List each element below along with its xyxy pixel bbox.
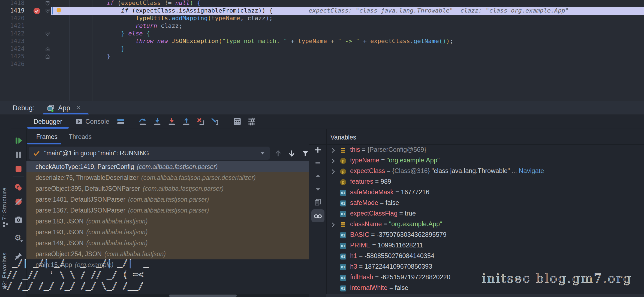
layout-settings-button[interactable] (247, 117, 257, 126)
variable-row[interactable]: 01safeModeMask = 16777216 (326, 187, 644, 198)
equals-sign: = (370, 242, 378, 249)
evaluate-expression-button[interactable] (232, 117, 242, 126)
svg-text:01: 01 (341, 233, 345, 237)
code-editor[interactable]: 1418 if (expectClass != null) {1419 if (… (0, 0, 644, 101)
intention-bulb-icon[interactable] (56, 7, 62, 16)
variable-row[interactable]: className = "org.example.App" (326, 219, 644, 229)
pause-button[interactable] (14, 150, 23, 160)
close-tab-icon[interactable]: × (77, 101, 80, 115)
variable-row[interactable]: 01BASIC = -3750763034362895579 (326, 229, 644, 240)
equals-sign: = (398, 210, 405, 217)
console-icon (74, 117, 84, 126)
code-text: TypeUtils.addMapping(typeName, clazz); (78, 15, 273, 22)
frame-location: parseObject:395, DefaultJSONParser (35, 185, 140, 192)
code-line[interactable]: 1423 throw new JSONException("type not m… (0, 38, 644, 45)
step-over-button[interactable] (138, 117, 148, 126)
variable-row[interactable]: 01expectClassFlag = true (326, 208, 644, 219)
horizontal-scrollbar[interactable] (169, 295, 237, 297)
tab-debugger[interactable]: Debugger (34, 114, 62, 129)
tab-console[interactable]: Console (85, 114, 109, 129)
frame-location: deserialze:75, ThrowableDeserializer (35, 174, 139, 181)
stack-frame[interactable]: checkAutoType:1419, ParserConfig(com.ali… (26, 161, 309, 172)
fold-marker-icon[interactable] (45, 46, 50, 53)
frame-package: (com.alibaba.fastjson) (86, 240, 148, 247)
variable-name: typeName = "org.example.App" (350, 155, 440, 166)
code-line[interactable]: 1418 if (expectClass != null) { (0, 0, 644, 7)
frame-down-button[interactable] (287, 148, 297, 158)
stack-frame[interactable]: parse:183, JSON(com.alibaba.fastjson) (26, 216, 309, 227)
stop-button[interactable] (14, 164, 23, 174)
stack-frame[interactable]: parse:1401, DefaultJSONParser(com.alibab… (26, 194, 309, 205)
variable-name: h3 = 1872244109670850393 (350, 261, 432, 272)
code-line[interactable]: 1425 } (0, 53, 644, 60)
frame-up-button[interactable] (273, 148, 283, 158)
tab-frames[interactable]: Frames (36, 129, 58, 144)
variable-row[interactable]: pexpectClass = {Class@316} "class java.l… (326, 166, 644, 176)
add-watch-button[interactable] (313, 145, 323, 155)
variable-name: safeModeMask = 16777216 (350, 187, 429, 198)
variable-row[interactable]: pfeatures = 989 (326, 176, 644, 187)
variable-row[interactable]: ptypeName = "org.example.App" (326, 155, 644, 166)
fold-marker-icon[interactable] (45, 8, 50, 15)
frame-location: parse:1367, DefaultJSONParser (35, 207, 125, 214)
remove-watch-button[interactable] (313, 158, 323, 168)
fold-marker-icon[interactable] (45, 31, 50, 38)
thread-selector-dropdown[interactable]: "main"@1 in group "main": RUNNING (29, 147, 270, 160)
variable-name: safeMode = false (350, 198, 399, 208)
code-text: } else { (78, 30, 150, 38)
variable-value: -3750763034362895579 (377, 231, 446, 238)
variable-name: features = 989 (350, 176, 391, 187)
variable-row[interactable]: 01h1 = -5808550276084140354 (326, 251, 644, 261)
force-step-into-button[interactable] (167, 117, 177, 126)
code-line[interactable]: 1422 } else { (0, 30, 644, 38)
code-line[interactable]: 1421 return clazz; (0, 22, 644, 30)
show-watches-button[interactable] (311, 209, 324, 222)
stripe-item-structure[interactable]: 7: Structure (1, 177, 10, 220)
code-line[interactable]: 1424 } (0, 45, 644, 53)
navigate-link[interactable]: Navigate (519, 167, 544, 174)
code-line[interactable]: 1426 (0, 60, 644, 68)
view-breakpoints-button[interactable] (14, 183, 23, 192)
code-text: if (expectClass.isAssignableFrom(clazz))… (78, 7, 569, 15)
variable-row[interactable]: 01safeMode = false (326, 198, 644, 208)
code-line[interactable]: 1420 TypeUtils.addMapping(typeName, claz… (0, 15, 644, 22)
chevron-down-icon (260, 150, 266, 157)
code-text: } (78, 45, 125, 53)
tab-threads[interactable]: Threads (69, 129, 92, 144)
move-down-button[interactable] (313, 184, 323, 194)
stack-frame[interactable]: parse:193, JSON(com.alibaba.fastjson) (26, 227, 309, 238)
variable-row[interactable]: 01h3 = 1872244109670850393 (326, 261, 644, 272)
settings-button[interactable]: ⚙ (14, 233, 23, 243)
variable-row[interactable]: this = {ParserConfig@569} (326, 144, 644, 155)
stack-frame[interactable]: deserialze:75, ThrowableDeserializer(com… (26, 172, 309, 183)
duplicate-button[interactable] (313, 197, 323, 207)
inline-debugger-hint: expectClass: "class java.lang.Throwable"… (309, 7, 569, 14)
resume-button[interactable] (14, 136, 23, 146)
debug-session-tab[interactable]: App × (43, 101, 89, 115)
show-execution-point-button[interactable] (116, 117, 126, 126)
thread-selector-text: "main"@1 in group "main": RUNNING (44, 147, 149, 160)
frame-package: (com.alibaba.fastjson.parser) (128, 196, 209, 203)
variable-name: h1 = -5808550276084140354 (350, 251, 434, 261)
variable-row[interactable]: 01PRIME = 1099511628211 (326, 240, 644, 251)
step-into-button[interactable] (152, 117, 162, 126)
frame-package: (com.alibaba.fastjson.parser.deserialize… (141, 174, 256, 181)
move-up-button[interactable] (313, 171, 323, 181)
run-to-cursor-button[interactable] (210, 117, 220, 126)
line-number: 1420 (0, 15, 25, 22)
code-line[interactable]: 1419 if (expectClass.isAssignableFrom(cl… (0, 7, 644, 15)
frame-location: parse:149, JSON (35, 240, 83, 247)
fold-marker-icon[interactable] (45, 1, 50, 7)
thread-dump-button[interactable] (14, 215, 23, 225)
toolbar-separator (13, 177, 24, 177)
debug-label: Debug: (13, 101, 35, 115)
stack-frame[interactable]: parseObject:395, DefaultJSONParser(com.a… (26, 183, 309, 194)
mute-breakpoints-button[interactable] (14, 197, 23, 207)
variable-value: 1872244109670850393 (365, 263, 432, 270)
drop-frame-button[interactable] (196, 117, 206, 126)
step-out-button[interactable] (181, 117, 191, 126)
fold-marker-icon[interactable] (45, 54, 50, 60)
stack-frame[interactable]: parse:149, JSON(com.alibaba.fastjson) (26, 238, 309, 248)
stack-frame[interactable]: parse:1367, DefaultJSONParser(com.alibab… (26, 205, 309, 216)
ascii-watermark: _/| _/| _/ _ _/| _/| _ // _// ' \ \ / //… (2, 257, 149, 292)
